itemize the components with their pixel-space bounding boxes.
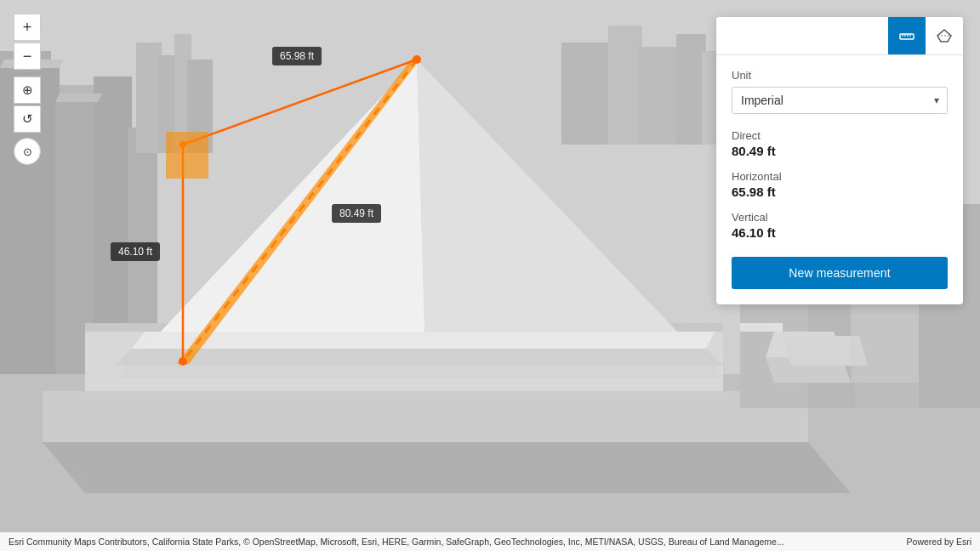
attribution-bar: Esri Community Maps Contributors, Califo… — [0, 532, 980, 551]
svg-rect-16 — [638, 47, 681, 145]
svg-point-46 — [413, 55, 421, 64]
svg-rect-17 — [676, 34, 706, 145]
horizontal-label: Horizontal — [732, 170, 948, 183]
svg-point-47 — [179, 357, 187, 366]
svg-rect-41 — [851, 298, 919, 383]
zoom-in-button[interactable]: + — [14, 14, 41, 41]
svg-marker-39 — [740, 323, 783, 332]
panel-body: Unit Imperial Metric ▾ Direct 80.49 ft H… — [716, 55, 963, 304]
unit-select-wrapper: Imperial Metric ▾ — [732, 87, 948, 114]
zoom-out-button[interactable]: − — [14, 43, 41, 70]
attribution-left: Esri Community Maps Contributors, Califo… — [9, 537, 784, 547]
svg-rect-15 — [608, 26, 642, 145]
direct-value: 80.49 ft — [732, 144, 948, 158]
direct-measurement-row: Direct 80.49 ft — [732, 129, 948, 158]
reset-button[interactable]: ↺ — [14, 105, 41, 133]
measure-area-button[interactable] — [926, 17, 963, 54]
svg-marker-9 — [55, 94, 102, 102]
map-controls: + − ⊕ ↺ ⊙ — [14, 14, 41, 165]
direct-label: Direct — [732, 129, 948, 142]
panel-toolbar — [716, 17, 963, 55]
svg-marker-49 — [166, 132, 208, 179]
compass-button[interactable]: ⊙ — [14, 138, 41, 165]
horizontal-measurement-row: Horizontal 65.98 ft — [732, 170, 948, 199]
svg-rect-14 — [561, 43, 612, 145]
svg-marker-31 — [115, 349, 723, 366]
vertical-measurement-row: Vertical 46.10 ft — [732, 211, 948, 240]
unit-label: Unit — [732, 69, 948, 82]
measure-line-button[interactable] — [888, 17, 926, 54]
svg-marker-24 — [43, 391, 808, 442]
attribution-right: Powered by Esri — [907, 537, 971, 547]
svg-marker-23 — [43, 442, 851, 493]
pan-button[interactable]: ⊕ — [14, 77, 41, 104]
svg-marker-30 — [132, 332, 715, 349]
measurement-panel: Unit Imperial Metric ▾ Direct 80.49 ft H… — [716, 17, 963, 304]
vertical-value: 46.10 ft — [732, 225, 948, 240]
unit-select[interactable]: Imperial Metric — [732, 87, 948, 114]
new-measurement-button[interactable]: New measurement — [732, 257, 948, 289]
map-container[interactable]: 65.98 ft 80.49 ft 46.10 ft + − ⊕ ↺ ⊙ — [0, 0, 980, 551]
vertical-label: Vertical — [732, 211, 948, 224]
horizontal-value: 65.98 ft — [732, 185, 948, 199]
